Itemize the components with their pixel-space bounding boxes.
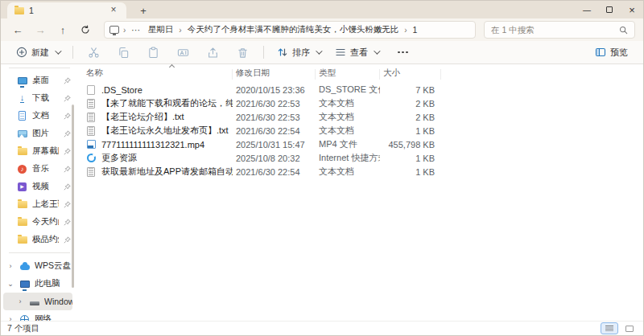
see-more-button[interactable] xyxy=(387,49,419,56)
sidebar-item-documents[interactable]: 文档 xyxy=(3,107,72,125)
collapse-chevron-icon[interactable]: ⌄ xyxy=(6,280,14,288)
internet-shortcut-icon xyxy=(86,153,96,163)
toolbar-divider xyxy=(72,46,73,59)
sidebar-divider xyxy=(9,68,70,68)
new-tab-button[interactable]: + xyxy=(134,2,152,18)
details-view-button[interactable] xyxy=(601,322,618,334)
column-header-type[interactable]: 类型 xyxy=(316,68,380,79)
file-row[interactable]: 【老王论坛永久地址发布页】.txt 2021/6/30 22:54 文本文档 1… xyxy=(83,124,643,137)
back-button[interactable]: ← xyxy=(7,21,28,39)
file-size: 2 KB xyxy=(380,99,441,109)
file-date: 2021/6/30 22:54 xyxy=(233,126,316,136)
breadcrumb-separator: › xyxy=(404,26,407,35)
explorer-tab[interactable]: 1 × xyxy=(7,2,126,18)
search-box[interactable] xyxy=(484,21,635,39)
file-row[interactable]: 获取最新地址及APP请发邮箱自动获取.txt 2021/6/30 22:54 文… xyxy=(83,165,643,178)
file-name: 获取最新地址及APP请发邮箱自动获取.txt xyxy=(101,166,233,178)
new-button[interactable]: 新建 xyxy=(10,44,65,61)
sidebar-item-downloads[interactable]: ↓ 下载 xyxy=(3,89,72,107)
large-icons-view-button[interactable] xyxy=(621,322,638,334)
view-button[interactable]: 查看 xyxy=(329,44,384,61)
sidebar-item-network[interactable]: › 网络 xyxy=(3,310,72,321)
sidebar-item-windows-ssd[interactable]: › Windows-SSD xyxy=(3,293,72,310)
expand-chevron-icon[interactable]: › xyxy=(16,297,24,305)
sidebar-item-label: 图片 xyxy=(32,128,49,139)
column-header-size[interactable]: 大小 xyxy=(380,68,441,79)
large-icons-view-icon xyxy=(625,326,634,332)
maximize-button[interactable] xyxy=(598,1,621,18)
breadcrumb-item[interactable]: 星期日 xyxy=(147,23,175,36)
breadcrumb-item[interactable]: 今天约了个身材丰满不臃肿的清纯美女，小馒头粉嫩无比 xyxy=(186,23,401,36)
copy-button[interactable] xyxy=(110,44,137,61)
new-plus-icon xyxy=(16,47,27,58)
column-header-date[interactable]: 修改日期 xyxy=(233,68,316,79)
sidebar-item-videos[interactable]: ▶ 视频 xyxy=(3,178,72,195)
file-row[interactable]: 【老王论坛介绍】.txt 2021/6/30 22:53 文本文档 2 KB xyxy=(83,110,643,124)
item-count: 7 个项目 xyxy=(7,323,39,334)
sidebar-item-screenshots[interactable]: 屏幕截图 xyxy=(3,142,72,160)
share-button[interactable] xyxy=(200,44,226,61)
file-type: Internet 快捷方式 xyxy=(316,152,380,164)
sidebar-item-label: WPS云盘 xyxy=(35,260,71,272)
file-row[interactable]: .DS_Store 2020/10/15 23:36 DS_STORE 文件 7… xyxy=(83,83,643,96)
cut-button[interactable] xyxy=(80,44,107,61)
pictures-icon xyxy=(17,129,27,139)
sidebar-item-wps-cloud[interactable]: › WPS云盘 xyxy=(3,257,72,275)
rename-button[interactable] xyxy=(170,44,196,61)
cut-icon xyxy=(88,47,100,59)
music-icon: ♪ xyxy=(17,164,27,174)
expand-chevron-icon[interactable]: › xyxy=(6,315,14,321)
chevron-down-icon xyxy=(55,47,61,54)
breadcrumb-item[interactable]: 1 xyxy=(411,24,419,35)
file-date: 2025/10/31 15:47 xyxy=(233,140,316,150)
preview-toggle-button[interactable]: 预览 xyxy=(589,44,634,61)
breadcrumb-ellipsis[interactable]: ⋯ xyxy=(130,24,142,35)
sidebar-item-label: 上老王论坛当 xyxy=(32,199,59,210)
sidebar-item-label: 极品约炮❤ xyxy=(32,234,59,245)
sidebar-scrollbar[interactable] xyxy=(72,104,74,288)
sidebar-item-label: 音乐 xyxy=(32,163,49,174)
sidebar-item-pinned-folder[interactable]: 极品约炮❤ xyxy=(3,231,72,248)
pin-icon xyxy=(64,166,71,173)
file-row[interactable]: 【来了就能下载和观看的论坛，纯免费！】.txt 2021/6/30 22:53 … xyxy=(83,96,643,110)
tab-close-icon[interactable]: × xyxy=(107,4,120,17)
close-button[interactable]: × xyxy=(621,1,643,18)
file-row[interactable]: 777111111111312321.mp4 2025/10/31 15:47 … xyxy=(83,137,643,151)
sort-button[interactable]: 排序 xyxy=(271,44,326,61)
sidebar-item-pinned-folder[interactable]: 今天约的这个 xyxy=(3,213,72,231)
up-button[interactable]: ↑ xyxy=(52,21,73,39)
paste-button[interactable] xyxy=(140,44,167,61)
file-row[interactable]: 更多资源 2025/10/8 20:32 Internet 快捷方式 1 KB xyxy=(83,151,643,165)
sidebar-item-desktop[interactable]: 桌面 xyxy=(3,72,72,89)
column-header-name[interactable]: 名称 xyxy=(83,68,233,79)
network-icon xyxy=(19,314,30,322)
search-input[interactable] xyxy=(491,25,614,35)
file-date: 2021/6/30 22:54 xyxy=(233,167,316,177)
folder-icon xyxy=(17,146,27,157)
sidebar-item-this-pc[interactable]: ⌄ 此电脑 xyxy=(3,275,72,293)
file-size: 2 KB xyxy=(380,113,441,122)
sidebar-item-label: 下载 xyxy=(32,92,49,104)
refresh-button[interactable] xyxy=(75,21,96,39)
sidebar-item-pictures[interactable]: 图片 xyxy=(3,125,72,142)
file-type: MP4 文件 xyxy=(316,138,380,150)
minimize-button[interactable]: — xyxy=(576,1,598,18)
sidebar-item-music[interactable]: ♪ 音乐 xyxy=(3,160,72,178)
address-bar[interactable]: › ⋯ 星期日 › 今天约了个身材丰满不臃肿的清纯美女，小馒头粉嫩无比 › 1 xyxy=(104,21,476,39)
sort-button-label: 排序 xyxy=(292,47,310,59)
file-size: 7 KB xyxy=(380,85,441,95)
file-type: 文本文档 xyxy=(316,125,380,137)
sidebar-item-pinned-folder[interactable]: 上老王论坛当 xyxy=(3,195,72,213)
file-date: 2021/6/30 22:53 xyxy=(233,113,316,122)
forward-button[interactable]: → xyxy=(30,21,51,39)
file-size: 1 KB xyxy=(380,167,441,177)
status-bar: 7 个项目 xyxy=(1,321,643,335)
blank-file-icon xyxy=(86,84,96,95)
breadcrumb-separator: › xyxy=(123,26,126,35)
expand-chevron-icon[interactable]: › xyxy=(6,262,14,270)
this-pc-icon xyxy=(109,26,119,34)
file-name: 777111111111312321.mp4 xyxy=(101,140,204,150)
maximize-icon xyxy=(606,6,613,13)
delete-button[interactable] xyxy=(229,44,256,61)
view-icon xyxy=(335,47,346,58)
